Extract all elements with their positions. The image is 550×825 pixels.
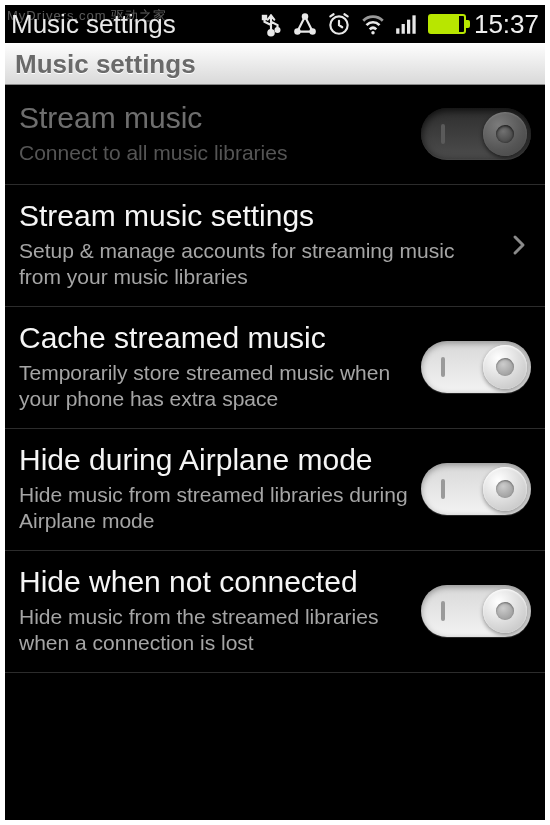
status-bar: Music settings 15:37	[5, 5, 545, 43]
toggle-hide-airplane-mode[interactable]	[421, 463, 531, 515]
row-subtitle: Hide music from streamed libraries durin…	[19, 482, 411, 535]
usb-icon	[258, 11, 284, 37]
svg-rect-9	[402, 24, 405, 34]
row-subtitle: Hide music from the streamed libraries w…	[19, 604, 411, 657]
toggle-knob	[483, 589, 527, 633]
toggle-track-mark	[441, 124, 445, 144]
toggle-stream-music[interactable]	[421, 108, 531, 160]
row-subtitle: Temporarily store streamed music when yo…	[19, 360, 411, 413]
row-hide-airplane-mode: Hide during Airplane mode Hide music fro…	[5, 429, 545, 551]
toggle-knob	[483, 345, 527, 389]
toggle-track-mark	[441, 357, 445, 377]
toggle-track-mark	[441, 601, 445, 621]
screen: MyDrivers.com 驱动之家 Music settings 15:37	[5, 5, 545, 820]
row-title: Hide when not connected	[19, 565, 411, 600]
row-title: Hide during Airplane mode	[19, 443, 411, 478]
signal-icon	[394, 11, 420, 37]
row-subtitle: Setup & manage accounts for streaming mu…	[19, 238, 497, 291]
toggle-track-mark	[441, 479, 445, 499]
svg-rect-10	[407, 20, 410, 34]
row-text: Hide when not connected Hide music from …	[19, 565, 421, 656]
status-title: Music settings	[11, 9, 258, 40]
svg-rect-8	[396, 28, 399, 33]
wifi-icon	[360, 11, 386, 37]
row-text: Stream music settings Setup & manage acc…	[19, 199, 507, 290]
toggle-knob	[483, 112, 527, 156]
row-stream-music-settings[interactable]: Stream music settings Setup & manage acc…	[5, 185, 545, 307]
row-title: Cache streamed music	[19, 321, 411, 356]
section-header: Music settings	[5, 43, 545, 85]
row-stream-music: Stream music Connect to all music librar…	[5, 85, 545, 185]
alarm-icon	[326, 11, 352, 37]
row-title: Stream music	[19, 101, 411, 136]
status-icons: 15:37	[258, 9, 539, 40]
svg-point-7	[371, 31, 374, 34]
row-hide-not-connected: Hide when not connected Hide music from …	[5, 551, 545, 673]
toggle-hide-not-connected[interactable]	[421, 585, 531, 637]
toggle-cache-streamed-music[interactable]	[421, 341, 531, 393]
chevron-right-icon	[507, 233, 531, 257]
svg-point-2	[275, 28, 279, 32]
row-cache-streamed-music: Cache streamed music Temporarily store s…	[5, 307, 545, 429]
row-text: Stream music Connect to all music librar…	[19, 101, 421, 166]
row-text: Cache streamed music Temporarily store s…	[19, 321, 421, 412]
row-text: Hide during Airplane mode Hide music fro…	[19, 443, 421, 534]
section-header-label: Music settings	[15, 49, 196, 80]
svg-rect-1	[263, 16, 266, 19]
share-icon	[292, 11, 318, 37]
svg-rect-11	[412, 15, 415, 33]
status-time: 15:37	[474, 9, 539, 40]
row-title: Stream music settings	[19, 199, 497, 234]
toggle-knob	[483, 467, 527, 511]
row-subtitle: Connect to all music libraries	[19, 140, 411, 166]
settings-list: Stream music Connect to all music librar…	[5, 85, 545, 673]
battery-icon	[428, 14, 466, 34]
